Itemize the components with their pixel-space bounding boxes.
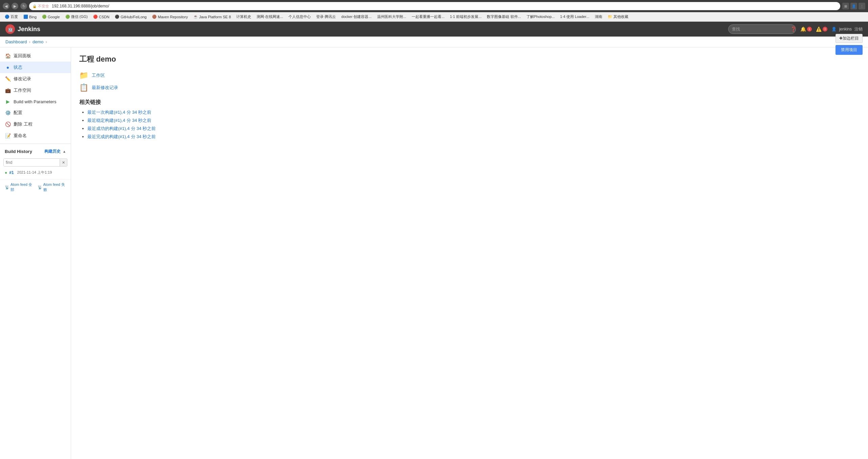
workspace-link[interactable]: 工作区 [92,72,105,79]
bookmark-csdn[interactable]: 🔴CSDN [91,14,111,20]
sidebar-item-changes[interactable]: ✏️ 修改记录 [0,73,71,85]
build-date: 2021-11-14 上午1:19 [17,170,52,175]
sidebar-item-build-with-parameters[interactable]: ▶ Build with Parameters [0,96,71,107]
refresh-button[interactable]: ↻ [20,3,27,9]
rename-icon: 📝 [5,133,11,138]
sidebar-item-back-to-dashboard[interactable]: 🏠 返回面板 [0,50,71,62]
atom-feed-all-label: Atom feed 全部 [10,182,34,192]
sidebar-item-rename[interactable]: 📝 重命名 [0,130,71,141]
sidebar: 🏠 返回面板 ● 状态 ✏️ 修改记录 💼 工作空间 ▶ Build with … [0,47,71,459]
breadcrumb-demo[interactable]: demo [32,39,44,44]
bookmark-frontend[interactable]: 1·1 前端初步发展... [448,14,484,20]
bookmark-wenzhou[interactable]: 温州医科大学附... [375,14,408,20]
settings-btn[interactable]: ⋮ [859,3,865,9]
url-bar[interactable]: 🔒 不安全 192.168.31.196:8888/job/demo/ [29,2,840,10]
bookmark-maven[interactable]: 🟤Maven Repository [150,14,190,20]
profile-btn[interactable]: 👤 [850,3,857,9]
atom-feed-all[interactable]: 📡 Atom feed 全部 [5,182,34,192]
bookmark-replay[interactable]: 一起看重播一起看... [410,14,447,20]
atom-feed-fail[interactable]: 📡 Atom feed 失败 [38,182,66,192]
sidebar-label-delete: 删除 工程 [14,121,32,127]
bookmark-tencent[interactable]: 登录·腾讯云 [314,14,338,20]
sidebar-label-back: 返回面板 [14,53,31,59]
related-links-list: 最近一次构建(#1),4 分 34 秒之前 最近稳定构建(#1),4 分 34 … [79,109,860,140]
workspace-folder-icon: 📁 [79,71,88,80]
build-search-box: ✕ [3,158,67,167]
atom-all-icon: 📡 [5,185,9,190]
lock-icon: 🔒 [32,4,37,8]
jenkins-topbar: 🤖 Jenkins ❓ 🔔 1 ⚠️ 3 👤 jenkins 注销 [0,22,868,37]
configure-icon: ⚙️ [5,110,11,115]
disable-project-button[interactable]: 禁用项目 [836,45,863,55]
notification-bell[interactable]: 🔔 1 [800,26,812,32]
sidebar-item-delete[interactable]: 🚫 删除 工程 [0,118,71,130]
workspace-link-item[interactable]: 📁 工作区 [79,71,860,80]
user-icon: 👤 [831,27,837,31]
build-history-controls: 构建历史 ▲ [44,149,66,154]
bookmark-digital[interactable]: 数字图像基础 软件... [485,14,523,20]
bookmark-photoshop[interactable]: 了解Photoshop... [524,14,557,20]
changes-link-item[interactable]: 📋 最新修改记录 [79,83,860,92]
bookmark-wechat[interactable]: 🟢微信 (GG) [63,14,90,20]
bookmark-baidu[interactable]: 🔵百度 [3,14,20,20]
build-item[interactable]: ● #1 2021-11-14 上午1:19 [0,168,71,177]
sidebar-item-configure[interactable]: ⚙️ 配置 [0,107,71,118]
bookmark-docker[interactable]: docker 创建容器... [339,14,373,20]
forward-button[interactable]: ▶ [12,3,18,9]
stable-build-link[interactable]: 最近稳定构建(#1),4 分 34 秒之前 [87,118,151,123]
links-grid: 📁 工作区 📋 最新修改记录 [79,71,860,92]
topbar-actions: 🔔 1 ⚠️ 3 👤 jenkins 注销 [800,26,863,32]
build-history-header: Build History 构建历史 ▲ [0,146,71,157]
error-badge[interactable]: ⚠️ 3 [816,26,827,32]
logout-label[interactable]: 注销 [854,26,863,32]
bookmark-google[interactable]: 🟢Google [40,14,62,20]
changes-icon: ✏️ [5,76,11,82]
build-history-title: Build History [5,149,32,154]
bookmark-netspeed[interactable]: 测网·在线网速... [255,14,285,20]
home-icon: 🏠 [5,53,11,59]
security-label: 不安全 [38,4,49,9]
changes-doc-icon: 📋 [79,83,88,92]
bookmark-loader[interactable]: 1·4 使用 Loader... [558,14,591,20]
delete-icon: 🚫 [5,122,11,127]
sidebar-label-changes: 修改记录 [14,76,31,82]
workspace-icon: 💼 [5,88,11,93]
notification-badge: 1 [807,27,812,31]
breadcrumb-sep1: › [29,39,30,44]
completed-build-link[interactable]: 最近完成的构建(#1),4 分 34 秒之前 [87,134,156,139]
build-search-button[interactable]: ✕ [60,159,67,166]
bookmark-cs[interactable]: 计算机史 [234,14,253,20]
sidebar-item-workspace[interactable]: 💼 工作空间 [0,85,71,96]
search-help-icon[interactable]: ❓ [790,26,796,32]
latest-build-link[interactable]: 最近一次构建(#1),4 分 34 秒之前 [87,110,151,115]
latest-changes-link[interactable]: 最新修改记录 [92,85,118,91]
jenkins-logo-text: Jenkins [18,26,40,33]
sidebar-item-status[interactable]: ● 状态 [0,62,71,73]
page-title: 工程 demo [79,54,860,64]
add-sidebar-button[interactable]: ✚加边栏目 [836,34,863,43]
successful-build-link[interactable]: 最近成功的构建(#1),4 分 34 秒之前 [87,126,156,131]
username-label[interactable]: jenkins [839,27,852,31]
status-icon: ● [5,65,11,70]
url-text: 192.168.31.196:8888/job/demo/ [52,4,109,8]
error-count: 3 [823,27,827,31]
bookmark-github[interactable]: ⚫GitHub/FeiLong [113,14,149,20]
sidebar-divider [0,144,71,144]
bookmark-java[interactable]: ☕Java Platform SE 8 [191,14,233,20]
back-button[interactable]: ◀ [3,3,9,9]
sidebar-label-build: Build with Parameters [14,99,56,104]
breadcrumb: Dashboard › demo › [0,37,868,47]
build-search-input[interactable] [4,159,60,166]
chevron-up-icon[interactable]: ▲ [63,150,66,153]
user-section: 👤 jenkins 注销 [831,26,863,32]
extensions-btn[interactable]: ⊞ [842,3,849,9]
content-area: 工程 demo 📁 工作区 📋 最新修改记录 相关链接 最近一次构建(#1),4… [71,47,868,459]
bookmark-more[interactable]: 📁 其他收藏 [606,14,630,20]
search-input[interactable] [728,24,796,34]
bookmark-hunan[interactable]: 湖南 [593,14,604,20]
breadcrumb-dashboard[interactable]: Dashboard [5,39,27,44]
bookmark-personal[interactable]: 个人信息中心 [286,14,313,20]
bookmark-bing[interactable]: 🟦Bing [21,14,39,20]
related-links-title: 相关链接 [79,99,860,106]
build-history-link[interactable]: 构建历史 [44,149,61,154]
